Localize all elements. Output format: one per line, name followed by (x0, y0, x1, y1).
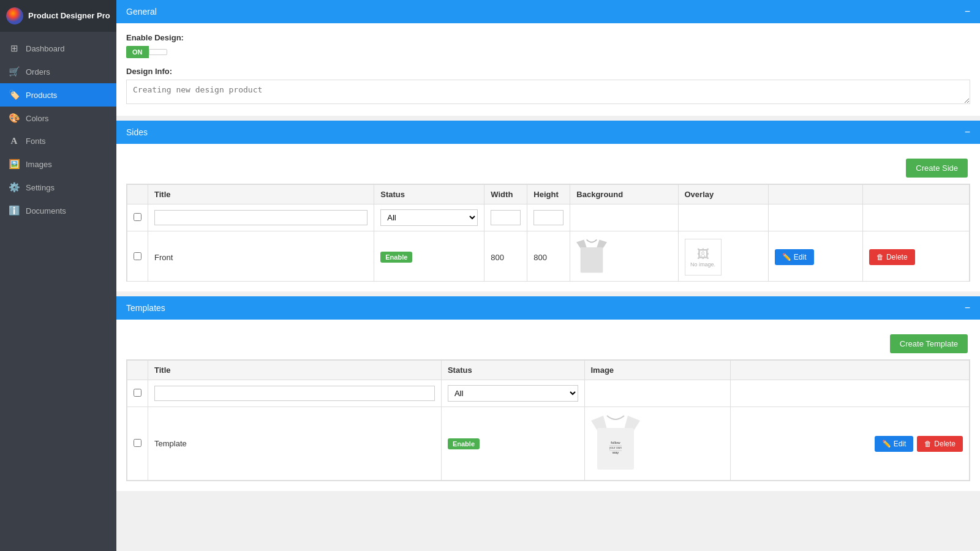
settings-icon: ⚙️ (9, 182, 20, 193)
templates-filter-title-input[interactable] (154, 386, 435, 401)
templates-edit-button[interactable]: ✏️ Edit (875, 436, 914, 452)
sides-filter-checkbox-cell (127, 204, 148, 231)
sides-section-title: Sides (126, 127, 148, 137)
sides-th-checkbox (127, 185, 148, 204)
templates-filter-status-select[interactable]: All Enable Disable (448, 385, 578, 402)
sides-th-background: Background (570, 185, 678, 204)
templates-row-image-tshirt: follow your own way (591, 412, 640, 473)
templates-row-title: Template (154, 439, 187, 448)
sides-th-width: Width (484, 185, 527, 204)
sides-filter-title-input[interactable] (154, 210, 368, 225)
sidebar-item-images-label: Images (26, 160, 52, 169)
sidebar-item-images[interactable]: 🖼️ Images (0, 152, 116, 176)
sides-filter-bg-cell (570, 204, 678, 231)
main-content: General − Enable Design: ON Design Info:… (116, 0, 980, 551)
templates-filter-status-cell: All Enable Disable (441, 380, 584, 407)
sidebar-item-colors[interactable]: 🎨 Colors (0, 107, 116, 130)
sidebar-nav: ⊞ Dashboard 🛒 Orders 🏷️ Products 🎨 Color… (0, 32, 116, 551)
create-template-button[interactable]: Create Template (890, 334, 968, 353)
templates-th-status: Status (441, 361, 584, 380)
sides-delete-button[interactable]: 🗑 Delete (869, 249, 915, 265)
sides-row-background-tshirt (576, 236, 607, 276)
sidebar-item-documents-label: Documents (26, 206, 66, 216)
templates-filter-checkbox-cell (127, 380, 148, 407)
sidebar-item-documents[interactable]: ℹ️ Documents (0, 199, 116, 222)
svg-marker-1 (576, 239, 587, 248)
templates-collapse-icon[interactable]: − (965, 302, 970, 313)
templates-edit-label: Edit (894, 440, 907, 448)
sidebar-item-dashboard-label: Dashboard (26, 44, 65, 53)
svg-marker-2 (597, 239, 608, 248)
sidebar-item-dashboard[interactable]: ⊞ Dashboard (0, 37, 116, 60)
general-section-title: General (126, 7, 157, 17)
templates-section-body: Create Template Title Status Image (116, 320, 980, 491)
sides-edit-button[interactable]: ✏️ Edit (775, 249, 814, 265)
sidebar-item-products[interactable]: 🏷️ Products (0, 83, 116, 107)
sides-filter-width-input[interactable] (491, 210, 521, 225)
design-info-label: Design Info: (126, 67, 970, 76)
sides-filter-height-input[interactable] (533, 210, 564, 225)
templates-filter-checkbox[interactable] (134, 389, 141, 397)
sides-th-height: Height (527, 185, 570, 204)
colors-icon: 🎨 (9, 113, 20, 124)
images-icon: 🖼️ (9, 159, 20, 170)
templates-row-image-cell: follow your own way (584, 407, 730, 481)
table-row: Front Enable 800 800 (127, 231, 970, 282)
sides-table-wrapper: Title Status Width Height Background Ove… (126, 184, 970, 282)
templates-row-checkbox[interactable] (134, 439, 141, 447)
svg-point-0 (6, 7, 23, 24)
sides-row-checkbox-cell (127, 231, 148, 282)
templates-delete-button[interactable]: 🗑 Delete (917, 436, 963, 452)
sides-create-btn-row: Create Side (126, 154, 970, 184)
sides-filter-checkbox[interactable] (134, 213, 141, 221)
sides-edit-label: Edit (794, 253, 807, 261)
templates-section: Templates − Create Template Title Status… (116, 296, 980, 491)
sides-table-header-row: Title Status Width Height Background Ove… (127, 185, 970, 204)
design-info-textarea[interactable] (126, 80, 970, 104)
templates-section-header: Templates − (116, 296, 980, 320)
sidebar-item-fonts[interactable]: A Fonts (0, 130, 116, 152)
sides-row-background-cell (570, 231, 678, 282)
enable-design-row: Enable Design: ON (126, 33, 970, 58)
general-section-body: Enable Design: ON Design Info: (116, 23, 980, 116)
sides-table: Title Status Width Height Background Ove… (127, 184, 970, 282)
table-row: Template Enable (127, 407, 970, 481)
sides-row-delete-cell: 🗑 Delete (862, 231, 969, 282)
sides-row-height-cell: 800 (527, 231, 570, 282)
delete-trash-icon2: 🗑 (924, 440, 932, 448)
sides-section-header: Sides − (116, 121, 980, 144)
templates-table: Title Status Image (127, 360, 970, 481)
sidebar: Product Designer Pro ⊞ Dashboard 🛒 Order… (0, 0, 116, 551)
enable-design-label: Enable Design: (126, 33, 970, 42)
sides-collapse-icon[interactable]: − (965, 127, 970, 138)
templates-filter-row: All Enable Disable (127, 380, 970, 407)
fonts-icon: A (9, 136, 20, 146)
svg-text:way: way (611, 451, 619, 454)
sides-filter-status-select[interactable]: All Enable Disable (380, 209, 478, 226)
sides-row-height: 800 (533, 253, 547, 262)
sidebar-item-orders[interactable]: 🛒 Orders (0, 60, 116, 83)
templates-delete-label: Delete (934, 440, 956, 448)
sides-th-actions2 (862, 185, 969, 204)
templates-row-status-badge: Enable (448, 438, 480, 449)
sidebar-item-settings[interactable]: ⚙️ Settings (0, 176, 116, 199)
general-section: General − Enable Design: ON Design Info: (116, 0, 980, 116)
app-logo (6, 7, 23, 24)
sidebar-item-fonts-label: Fonts (26, 137, 46, 146)
sidebar-item-products-label: Products (26, 91, 57, 100)
sides-row-status-cell: Enable (374, 231, 484, 282)
general-collapse-icon[interactable]: − (965, 6, 970, 17)
templates-th-title: Title (148, 361, 442, 380)
templates-row-title-cell: Template (148, 407, 442, 481)
sides-row-width: 800 (491, 253, 504, 262)
templates-th-checkbox (127, 361, 148, 380)
sides-filter-row: All Enable Disable (127, 204, 970, 231)
toggle-on-button[interactable]: ON (126, 46, 149, 58)
no-image-icon: 🖼 (697, 247, 709, 261)
create-side-button[interactable]: Create Side (906, 159, 968, 178)
templates-row-actions-cell: ✏️ Edit 🗑 Delete (730, 407, 969, 481)
toggle-off-button[interactable] (149, 49, 167, 55)
sides-row-overlay-cell: 🖼 No image. (678, 231, 768, 282)
products-icon: 🏷️ (9, 89, 20, 100)
sides-row-checkbox[interactable] (134, 252, 141, 260)
